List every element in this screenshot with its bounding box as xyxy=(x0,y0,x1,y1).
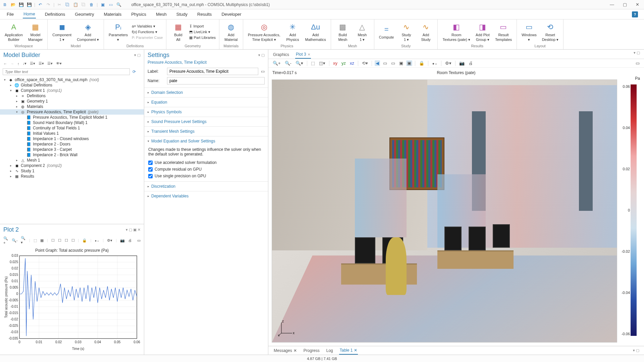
xy-icon[interactable]: xy xyxy=(332,60,338,66)
panel-ctl[interactable]: ▾ ▢ xyxy=(634,51,640,59)
down-icon[interactable]: ↓▾ xyxy=(22,61,28,66)
tree-node[interactable]: ▸🌐Global Definitions xyxy=(0,82,144,88)
section-header[interactable]: ▸Physics Symbols xyxy=(144,107,268,117)
box-icon[interactable]: ▭ xyxy=(382,60,388,66)
tab-messages[interactable]: Messages✕ xyxy=(273,347,298,354)
print-icon[interactable]: 🖨 xyxy=(468,60,474,66)
showhide-icon[interactable]: ☰▾ xyxy=(29,61,36,66)
tree-node[interactable]: ▾◎Pressure Acoustics, Time Explicit(pate… xyxy=(0,109,144,115)
ribbon-btn[interactable]: △Mesh 1 ▾ xyxy=(354,21,371,42)
camera-icon[interactable]: 📷 xyxy=(119,238,125,243)
tab-progress[interactable]: Progress xyxy=(303,347,320,354)
zoom-icon[interactable]: ▭ xyxy=(108,2,114,8)
tab-definitions[interactable]: Definitions xyxy=(44,10,66,18)
marker-icon[interactable]: ⬥▾ xyxy=(431,60,438,66)
checkbox-row[interactable]: Compute residual on GPU xyxy=(144,166,268,173)
tab-developer[interactable]: Developer xyxy=(221,10,242,18)
up-icon[interactable]: ↑ xyxy=(17,61,20,66)
ribbon-btn[interactable]: ∿Study 1 ▾ xyxy=(398,21,415,42)
lock-icon[interactable]: 🔒 xyxy=(418,60,425,66)
ribbon-btn[interactable]: ▩Build Mesh xyxy=(334,21,351,42)
rotate-icon[interactable]: ⟲▾ xyxy=(361,60,369,66)
camera-icon[interactable]: 📷 xyxy=(458,60,466,66)
cut-icon[interactable]: ✂ xyxy=(56,2,62,8)
redo-icon[interactable]: ↷ xyxy=(45,2,51,8)
new-icon[interactable]: 🗎 xyxy=(2,2,8,8)
ribbon-small[interactable]: f(x) Functions ▾ xyxy=(132,29,163,35)
close-icon[interactable]: ✕ xyxy=(293,348,297,353)
label-input[interactable] xyxy=(167,68,258,75)
checkbox[interactable] xyxy=(148,174,153,178)
tree-node[interactable]: 📘Impedance 1 - Closed windows xyxy=(0,136,144,141)
paste-icon[interactable]: 📋 xyxy=(72,2,78,8)
grid-icon[interactable]: ⬚ xyxy=(310,60,316,66)
xz-icon[interactable]: xz xyxy=(349,60,355,66)
views-icon[interactable]: ◫▾ xyxy=(318,60,326,66)
select-icon[interactable]: ▣ xyxy=(100,2,106,8)
tree-node[interactable]: ▸▦Results xyxy=(0,174,144,179)
tree-root[interactable]: ▾◆ office_space_63_30T0_N4_ma_out.mph (r… xyxy=(0,77,144,82)
grid1-icon[interactable]: ⬚ xyxy=(33,238,38,243)
box4-icon[interactable]: ▣ xyxy=(406,60,412,66)
panel-menu[interactable]: ▾ ▢ xyxy=(258,53,265,57)
tree-node[interactable]: ▸▣Geometry 1 xyxy=(0,99,144,104)
ribbon-btn[interactable]: ◨Add Plot Group ▾ xyxy=(474,21,491,42)
zoomout-icon[interactable]: 🔍- xyxy=(284,60,292,66)
tab-log[interactable]: Log xyxy=(326,347,334,354)
tree-node[interactable]: 📘Impedance 3 - Carpet xyxy=(0,147,144,152)
minimize-button[interactable]: — xyxy=(607,1,617,8)
close-icon[interactable]: ✕ xyxy=(308,53,310,56)
sel3-icon[interactable]: ☐ xyxy=(64,238,69,243)
lock-icon[interactable]: 🔒 xyxy=(82,238,88,243)
sel1-icon[interactable]: ☐ xyxy=(51,238,55,243)
ribbon-btn[interactable]: ◼Component 1 ▾ xyxy=(51,21,73,42)
panel-menu[interactable]: ▾ ▢ xyxy=(134,53,141,57)
tree-node[interactable]: 📘Impedance 2 - Doors xyxy=(0,141,144,147)
delete-icon[interactable]: 🗑 xyxy=(89,2,95,8)
tree-node[interactable]: ▸◼Component 2(comp2) xyxy=(0,163,144,168)
tree-node[interactable]: 📘Continuity of Total Fields 1 xyxy=(0,125,144,131)
ribbon-btn[interactable]: ◈Add Component ▾ xyxy=(75,21,100,42)
saveall-icon[interactable]: 💾 xyxy=(26,2,32,8)
ribbon-btn[interactable]: ◎Pressure Acoustics, Time Explicit ▾ xyxy=(247,21,282,42)
zoomin-icon[interactable]: 🔍+ xyxy=(272,60,282,66)
section-header[interactable]: ▸Dependent Variables xyxy=(144,191,268,201)
tab-home[interactable]: Home xyxy=(23,10,36,18)
section-header[interactable]: ▸Sound Pressure Level Settings xyxy=(144,117,268,126)
collapse-icon[interactable]: ☰▾ xyxy=(38,61,45,66)
marker-icon[interactable]: ⬥▾ xyxy=(94,238,100,243)
gear-icon[interactable]: ⚙▾ xyxy=(106,238,113,243)
ribbon-small[interactable]: a= Variables ▾ xyxy=(132,24,163,29)
tree-node[interactable]: 📘Initial Values 1 xyxy=(0,131,144,136)
line-chart[interactable]: -0.035-0.03-0.025-0.02-0.015-0.01-0.0050… xyxy=(3,254,140,351)
tab-materials[interactable]: Materials xyxy=(103,10,122,18)
tab-physics[interactable]: Physics xyxy=(130,10,147,18)
box3-icon[interactable]: ▣ xyxy=(398,60,404,66)
dup-icon[interactable]: ⿻ xyxy=(80,2,87,8)
tree-node[interactable]: 📘Pressure Acoustics, Time Explicit Model… xyxy=(0,115,144,120)
tab-file[interactable]: File xyxy=(6,10,14,18)
box2-icon[interactable]: ▭ xyxy=(390,60,396,66)
zoomout-icon[interactable]: 🔍- xyxy=(11,238,18,243)
fwd-icon[interactable]: → xyxy=(10,61,15,66)
yz-icon[interactable]: yz xyxy=(340,60,347,66)
name-input[interactable] xyxy=(167,77,265,84)
maximize-button[interactable]: ▢ xyxy=(620,1,630,8)
zoomext-icon[interactable]: 🔍▾ xyxy=(294,60,304,66)
grid2-icon[interactable]: ▦ xyxy=(40,238,44,243)
tab-table1[interactable]: Table 1✕ xyxy=(339,347,358,355)
find-icon[interactable]: 🔍 xyxy=(116,2,122,8)
ribbon-btn[interactable]: AApplication Builder xyxy=(3,21,24,42)
save-icon[interactable]: 💾 xyxy=(18,2,24,8)
ribbon-btn[interactable]: ∿Add Study xyxy=(417,21,434,42)
filter-input[interactable] xyxy=(3,68,130,75)
section-header[interactable]: ▸Transient Mesh Settings xyxy=(144,126,268,136)
room-3d-scene[interactable]: zxy xyxy=(272,79,617,343)
section-header[interactable]: ▸Domain Selection xyxy=(144,87,268,97)
expand-icon[interactable]: ☰▾ xyxy=(47,61,53,66)
ribbon-btn[interactable]: ⟲Reset Desktop ▾ xyxy=(541,21,560,42)
tab-geometry[interactable]: Geometry xyxy=(74,10,95,18)
ribbon-btn[interactable]: ΔuAdd Mathematics xyxy=(304,21,327,42)
tree-node[interactable]: ▸◍Materials xyxy=(0,104,144,109)
ribbon-btn[interactable]: ▭Windows ▾ xyxy=(520,21,538,42)
